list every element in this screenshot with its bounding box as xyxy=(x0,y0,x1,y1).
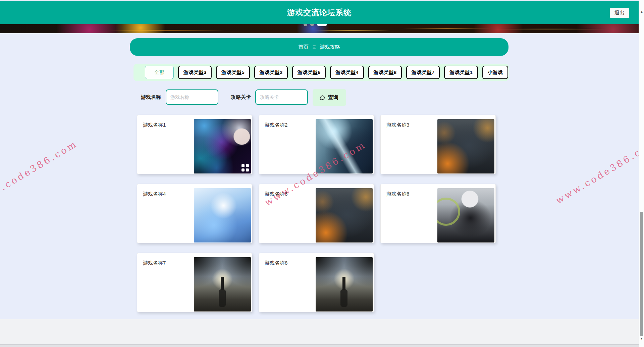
game-card-image[interactable] xyxy=(316,188,373,242)
filter-button-9[interactable]: 小游戏 xyxy=(482,66,508,79)
game-card-7[interactable]: 游戏名称7 xyxy=(137,253,252,312)
magnifier-icon xyxy=(320,95,325,100)
page-footer xyxy=(0,319,639,344)
game-card-title: 游戏名称7 xyxy=(143,260,166,266)
game-card-image[interactable] xyxy=(316,257,373,311)
game-card-4[interactable]: 游戏名称4 xyxy=(137,184,252,243)
game-card-image[interactable] xyxy=(437,188,494,242)
scrollbar-thumb[interactable] xyxy=(640,212,643,336)
carousel-active-dot-icon[interactable] xyxy=(317,24,327,26)
game-card-6[interactable]: 游戏名称6 xyxy=(380,184,496,243)
strategy-level-label: 攻略关卡 xyxy=(231,89,251,106)
game-card-title: 游戏名称6 xyxy=(386,191,409,197)
game-card-5[interactable]: 游戏名称5 xyxy=(259,184,374,243)
game-card-image[interactable] xyxy=(194,257,251,311)
page-title: 游戏交流论坛系统 xyxy=(0,1,639,24)
game-card-image[interactable] xyxy=(194,188,251,242)
filter-button-4[interactable]: 游戏类型6 xyxy=(292,66,326,79)
query-button-label: 查询 xyxy=(328,94,338,101)
filter-button-6[interactable]: 游戏类型8 xyxy=(368,66,402,79)
game-card-3[interactable]: 游戏名称3 xyxy=(380,115,496,174)
game-card-title: 游戏名称4 xyxy=(143,191,166,197)
strategy-level-input[interactable] xyxy=(255,89,308,105)
game-card-2[interactable]: 游戏名称2 xyxy=(259,115,374,174)
game-card-title: 游戏名称8 xyxy=(265,260,287,266)
filter-button-2[interactable]: 游戏类型5 xyxy=(216,66,250,79)
breadcrumb-separator-icon: Ξ xyxy=(313,44,316,50)
filter-button-8[interactable]: 游戏类型1 xyxy=(444,66,478,79)
vertical-scrollbar[interactable]: ▲ ▼ xyxy=(639,0,644,347)
site-watermark: www.code386.com xyxy=(0,138,79,207)
query-button[interactable]: 查询 xyxy=(313,89,346,106)
banner-carousel[interactable] xyxy=(0,24,639,33)
carousel-indicators xyxy=(304,24,327,26)
site-watermark: www.code386.com xyxy=(554,137,644,206)
game-card-image[interactable] xyxy=(316,119,373,174)
breadcrumb: 首页 Ξ 游戏攻略 xyxy=(130,38,508,56)
filter-button-5[interactable]: 游戏类型4 xyxy=(330,66,364,79)
game-name-input[interactable] xyxy=(166,89,218,105)
game-card-title: 游戏名称3 xyxy=(386,122,409,128)
search-form: 游戏名称 攻略关卡 查询 xyxy=(0,89,639,106)
breadcrumb-current: 游戏攻略 xyxy=(320,44,340,50)
game-card-8[interactable]: 游戏名称8 xyxy=(259,253,374,312)
logout-button[interactable]: 退出 xyxy=(610,8,629,18)
game-card-title: 游戏名称1 xyxy=(143,122,166,128)
filter-bar: 全部游戏类型3游戏类型5游戏类型2游戏类型6游戏类型4游戏类型8游戏类型7游戏类… xyxy=(133,64,509,81)
game-card-1[interactable]: 游戏名称1 xyxy=(137,115,252,174)
game-name-label: 游戏名称 xyxy=(141,89,161,106)
scroll-down-icon[interactable]: ▼ xyxy=(639,336,644,341)
game-card-image[interactable] xyxy=(194,119,251,174)
scroll-up-icon[interactable]: ▲ xyxy=(639,9,644,14)
window-bottom-edge xyxy=(0,344,639,347)
carousel-dot-icon[interactable] xyxy=(304,24,307,26)
game-card-title: 游戏名称2 xyxy=(265,122,287,128)
filter-button-1[interactable]: 游戏类型3 xyxy=(178,66,212,79)
filter-button-0[interactable]: 全部 xyxy=(145,66,174,79)
filter-button-7[interactable]: 游戏类型7 xyxy=(406,66,440,79)
app-header: 游戏交流论坛系统 退出 xyxy=(0,1,639,24)
filter-button-3[interactable]: 游戏类型2 xyxy=(254,66,288,79)
carousel-dot-icon[interactable] xyxy=(310,24,314,26)
breadcrumb-home[interactable]: 首页 xyxy=(299,44,309,50)
game-card-title: 游戏名称5 xyxy=(265,191,287,197)
card-grid: 游戏名称1游戏名称2游戏名称3游戏名称4游戏名称5游戏名称6游戏名称7游戏名称8 xyxy=(137,115,496,312)
game-card-image[interactable] xyxy=(437,119,494,174)
